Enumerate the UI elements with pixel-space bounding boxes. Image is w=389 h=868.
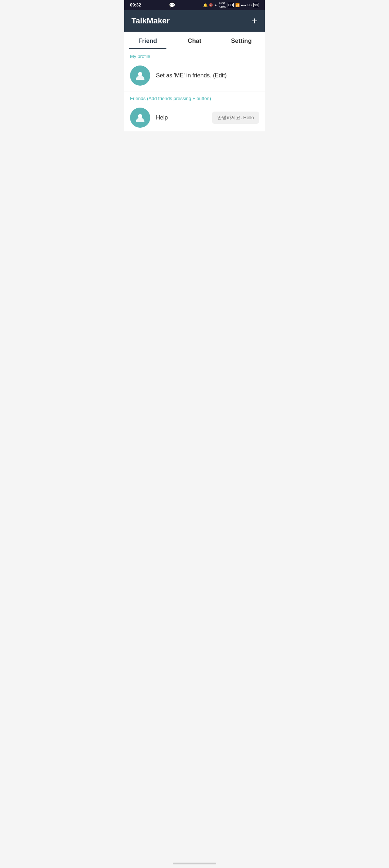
tab-friend[interactable]: Friend <box>124 32 171 49</box>
status-bar: 09:32 💬 🔔 🔇 ✦ 9.00KB/S HD 📶 ▪▪▪▪ 5G 99 <box>124 0 265 10</box>
mute-icon: 🔇 <box>209 3 213 7</box>
my-profile-name: Set as 'ME' in friends. (Edit) <box>156 72 227 79</box>
status-icons: 🔔 🔇 ✦ 9.00KB/S HD 📶 ▪▪▪▪ 5G 99 <box>203 1 259 9</box>
my-profile-row[interactable]: Set as 'ME' in friends. (Edit) <box>124 62 265 91</box>
app-header: TalkMaker + <box>124 10 265 32</box>
app-title: TalkMaker <box>131 16 170 26</box>
signal-icon: ▪▪▪▪ <box>241 3 246 7</box>
content-area: My profile Set as 'ME' in friends. (Edit… <box>124 49 265 131</box>
signal-5g-icon: 5G <box>247 3 252 7</box>
status-chat-icon: 💬 <box>169 2 175 8</box>
my-profile-avatar <box>130 65 150 86</box>
friend-name-help: Help <box>156 114 212 121</box>
friends-section-label: Friends (Add friends pressing + button) <box>124 91 265 104</box>
tab-bar: Friend Chat Setting <box>124 32 265 49</box>
battery-icon: 99 <box>253 3 259 7</box>
friend-row-help[interactable]: Help 안녕하세요. Hello <box>124 104 265 131</box>
status-time: 09:32 <box>130 3 141 8</box>
friend-badge-help: 안녕하세요. Hello <box>212 112 259 124</box>
bluetooth-icon: ✦ <box>214 3 217 7</box>
alarm-icon: 🔔 <box>203 3 207 7</box>
my-profile-label: My profile <box>124 49 265 62</box>
add-button[interactable]: + <box>252 16 258 26</box>
wifi-icon: 📶 <box>235 3 240 7</box>
tab-setting[interactable]: Setting <box>218 32 265 49</box>
friend-avatar-help <box>130 108 150 128</box>
hd-icon: HD <box>228 3 234 7</box>
data-speed: 9.00KB/S <box>219 1 226 9</box>
tab-chat[interactable]: Chat <box>171 32 218 49</box>
